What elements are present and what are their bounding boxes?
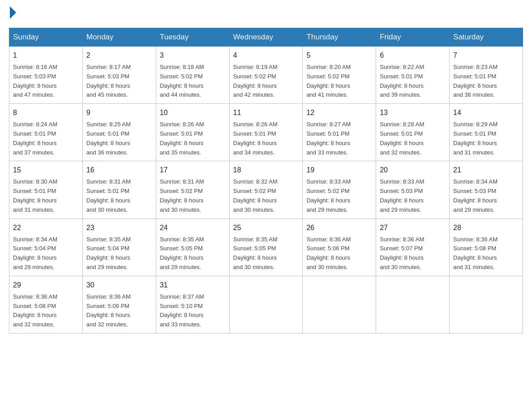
calendar-cell: 12Sunrise: 8:27 AMSunset: 5:01 PMDayligh…: [303, 104, 376, 161]
day-number: 23: [86, 223, 152, 233]
day-number: 2: [86, 50, 152, 61]
day-number: 6: [380, 50, 446, 61]
calendar-cell: 7Sunrise: 8:23 AMSunset: 5:01 PMDaylight…: [450, 47, 523, 104]
calendar-cell: 13Sunrise: 8:28 AMSunset: 5:01 PMDayligh…: [376, 104, 450, 161]
column-header-saturday: Saturday: [450, 28, 523, 47]
column-header-friday: Friday: [376, 28, 450, 47]
calendar-cell: 4Sunrise: 8:19 AMSunset: 5:02 PMDaylight…: [229, 47, 303, 104]
day-number: 18: [233, 165, 299, 176]
day-info: Sunrise: 8:31 AMSunset: 5:01 PMDaylight:…: [86, 177, 152, 214]
day-info: Sunrise: 8:32 AMSunset: 5:02 PMDaylight:…: [233, 177, 299, 214]
day-info: Sunrise: 8:36 AMSunset: 5:07 PMDaylight:…: [380, 235, 446, 272]
calendar-cell: 5Sunrise: 8:20 AMSunset: 5:02 PMDaylight…: [303, 47, 376, 104]
column-header-sunday: Sunday: [9, 28, 83, 47]
calendar-cell: 30Sunrise: 8:36 AMSunset: 5:09 PMDayligh…: [82, 276, 156, 333]
calendar-cell: 6Sunrise: 8:22 AMSunset: 5:01 PMDaylight…: [376, 47, 450, 104]
day-info: Sunrise: 8:33 AMSunset: 5:02 PMDaylight:…: [306, 177, 372, 214]
day-number: 8: [13, 107, 79, 118]
calendar-cell: 27Sunrise: 8:36 AMSunset: 5:07 PMDayligh…: [376, 218, 450, 276]
calendar-cell: 24Sunrise: 8:35 AMSunset: 5:05 PMDayligh…: [156, 218, 229, 276]
day-info: Sunrise: 8:31 AMSunset: 5:02 PMDaylight:…: [160, 177, 226, 214]
calendar-cell: 3Sunrise: 8:18 AMSunset: 5:02 PMDaylight…: [156, 47, 229, 104]
day-info: Sunrise: 8:29 AMSunset: 5:01 PMDaylight:…: [453, 120, 519, 157]
calendar-cell: 18Sunrise: 8:32 AMSunset: 5:02 PMDayligh…: [229, 161, 303, 218]
logo: [9, 9, 16, 19]
day-info: Sunrise: 8:36 AMSunset: 5:06 PMDaylight:…: [306, 235, 372, 272]
calendar-cell: 22Sunrise: 8:34 AMSunset: 5:04 PMDayligh…: [9, 218, 83, 276]
calendar-cell: 23Sunrise: 8:35 AMSunset: 5:04 PMDayligh…: [82, 218, 156, 276]
day-number: 25: [233, 223, 299, 233]
day-number: 14: [453, 107, 519, 118]
day-number: 17: [160, 165, 226, 176]
day-info: Sunrise: 8:27 AMSunset: 5:01 PMDaylight:…: [306, 120, 372, 157]
calendar-cell: 2Sunrise: 8:17 AMSunset: 5:03 PMDaylight…: [82, 47, 156, 104]
day-info: Sunrise: 8:20 AMSunset: 5:02 PMDaylight:…: [306, 63, 372, 100]
day-number: 10: [160, 107, 226, 118]
calendar-cell: 25Sunrise: 8:35 AMSunset: 5:05 PMDayligh…: [229, 218, 303, 276]
day-info: Sunrise: 8:34 AMSunset: 5:04 PMDaylight:…: [13, 235, 79, 272]
day-number: 31: [160, 280, 226, 291]
calendar-cell: 28Sunrise: 8:36 AMSunset: 5:08 PMDayligh…: [450, 218, 523, 276]
calendar-cell: 9Sunrise: 8:25 AMSunset: 5:01 PMDaylight…: [82, 104, 156, 161]
week-row-5: 29Sunrise: 8:36 AMSunset: 5:08 PMDayligh…: [9, 276, 523, 333]
day-info: Sunrise: 8:18 AMSunset: 5:02 PMDaylight:…: [160, 63, 226, 100]
day-info: Sunrise: 8:19 AMSunset: 5:02 PMDaylight:…: [233, 63, 299, 100]
day-info: Sunrise: 8:22 AMSunset: 5:01 PMDaylight:…: [380, 63, 446, 100]
day-number: 26: [306, 223, 372, 233]
week-row-3: 15Sunrise: 8:30 AMSunset: 5:01 PMDayligh…: [9, 161, 523, 218]
day-number: 22: [13, 223, 79, 233]
day-info: Sunrise: 8:33 AMSunset: 5:03 PMDaylight:…: [380, 177, 446, 214]
calendar-cell: 20Sunrise: 8:33 AMSunset: 5:03 PMDayligh…: [376, 161, 450, 218]
day-number: 4: [233, 50, 299, 61]
day-info: Sunrise: 8:36 AMSunset: 5:08 PMDaylight:…: [13, 292, 79, 330]
day-number: 11: [233, 107, 299, 118]
day-number: 24: [160, 223, 226, 233]
calendar-cell: 11Sunrise: 8:26 AMSunset: 5:01 PMDayligh…: [229, 104, 303, 161]
day-info: Sunrise: 8:26 AMSunset: 5:01 PMDaylight:…: [160, 120, 226, 157]
week-row-2: 8Sunrise: 8:24 AMSunset: 5:01 PMDaylight…: [9, 104, 523, 161]
logo-triangle-icon: [10, 6, 16, 19]
calendar-cell: [229, 276, 303, 333]
day-number: 7: [453, 50, 519, 61]
day-number: 1: [13, 50, 79, 61]
day-number: 5: [306, 50, 372, 61]
calendar-cell: 8Sunrise: 8:24 AMSunset: 5:01 PMDaylight…: [9, 104, 83, 161]
day-info: Sunrise: 8:37 AMSunset: 5:10 PMDaylight:…: [160, 292, 226, 330]
day-number: 30: [86, 280, 152, 291]
calendar-cell: 26Sunrise: 8:36 AMSunset: 5:06 PMDayligh…: [303, 218, 376, 276]
day-number: 20: [380, 165, 446, 176]
calendar-cell: 15Sunrise: 8:30 AMSunset: 5:01 PMDayligh…: [9, 161, 83, 218]
column-header-thursday: Thursday: [303, 28, 376, 47]
calendar-cell: 1Sunrise: 8:16 AMSunset: 5:03 PMDaylight…: [9, 47, 83, 104]
day-number: 19: [306, 165, 372, 176]
calendar-cell: 17Sunrise: 8:31 AMSunset: 5:02 PMDayligh…: [156, 161, 229, 218]
calendar-cell: 21Sunrise: 8:34 AMSunset: 5:03 PMDayligh…: [450, 161, 523, 218]
day-info: Sunrise: 8:34 AMSunset: 5:03 PMDaylight:…: [453, 177, 519, 214]
calendar-cell: [376, 276, 450, 333]
calendar-cell: [303, 276, 376, 333]
column-header-wednesday: Wednesday: [229, 28, 303, 47]
day-info: Sunrise: 8:26 AMSunset: 5:01 PMDaylight:…: [233, 120, 299, 157]
calendar-cell: [450, 276, 523, 333]
day-number: 16: [86, 165, 152, 176]
calendar-header-row: SundayMondayTuesdayWednesdayThursdayFrid…: [9, 28, 523, 47]
day-number: 15: [13, 165, 79, 176]
week-row-1: 1Sunrise: 8:16 AMSunset: 5:03 PMDaylight…: [9, 47, 523, 104]
day-info: Sunrise: 8:16 AMSunset: 5:03 PMDaylight:…: [13, 63, 79, 100]
day-number: 21: [453, 165, 519, 176]
calendar-cell: 16Sunrise: 8:31 AMSunset: 5:01 PMDayligh…: [82, 161, 156, 218]
day-info: Sunrise: 8:28 AMSunset: 5:01 PMDaylight:…: [380, 120, 446, 157]
day-number: 13: [380, 107, 446, 118]
column-header-tuesday: Tuesday: [156, 28, 229, 47]
day-number: 29: [13, 280, 79, 291]
day-info: Sunrise: 8:25 AMSunset: 5:01 PMDaylight:…: [86, 120, 152, 157]
calendar-table: SundayMondayTuesdayWednesdayThursdayFrid…: [9, 28, 523, 334]
day-info: Sunrise: 8:35 AMSunset: 5:05 PMDaylight:…: [233, 235, 299, 272]
day-info: Sunrise: 8:24 AMSunset: 5:01 PMDaylight:…: [13, 120, 79, 157]
day-number: 28: [453, 223, 519, 233]
column-header-monday: Monday: [82, 28, 156, 47]
day-info: Sunrise: 8:23 AMSunset: 5:01 PMDaylight:…: [453, 63, 519, 100]
day-number: 3: [160, 50, 226, 61]
calendar-cell: 31Sunrise: 8:37 AMSunset: 5:10 PMDayligh…: [156, 276, 229, 333]
day-number: 27: [380, 223, 446, 233]
